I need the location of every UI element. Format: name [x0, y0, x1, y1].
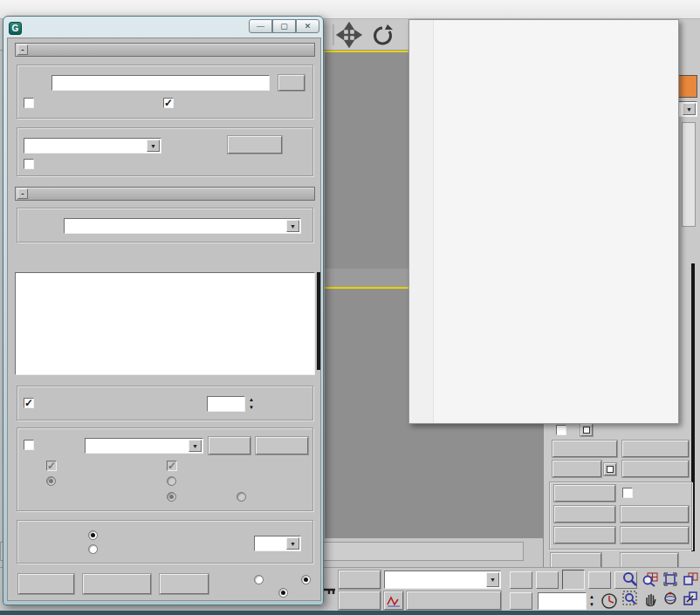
full-size-row [167, 492, 181, 502]
split-checkbox[interactable] [622, 488, 633, 498]
3dsmax-app: { "menubar": { "items": [ {"label":"File… [0, 0, 700, 615]
rendering-menu-popup [408, 19, 679, 424]
unwrap-only-button[interactable] [83, 574, 151, 594]
projection-enabled-checkbox[interactable] [24, 440, 34, 450]
rendered-frame-checkbox[interactable] [163, 98, 174, 108]
maximize-button[interactable]: ▢ [272, 19, 296, 33]
menu-gutter [409, 20, 434, 423]
sub-object-levels-checkbox[interactable] [167, 461, 177, 471]
chevron-down-icon[interactable]: ▼ [286, 220, 299, 232]
enabled-checkbox[interactable] [24, 398, 34, 408]
channel-dropdown[interactable]: ▼ [254, 536, 301, 551]
dialog-scrollbar-thumb[interactable] [317, 272, 321, 370]
render-button[interactable] [18, 574, 74, 594]
selection-set-dropdown[interactable]: ▼ [384, 571, 501, 589]
frame-spinner[interactable]: ▲▼ [587, 592, 596, 610]
chevron-down-icon[interactable]: ▼ [189, 440, 202, 452]
bake-preset-dropdown[interactable]: ▼ [64, 218, 301, 234]
network-render-checkbox[interactable] [24, 159, 34, 169]
proportional-row [237, 492, 250, 502]
rollout-objects-to-bake[interactable]: - [15, 187, 315, 201]
zoom-icon[interactable] [620, 570, 640, 589]
render-preset-dropdown[interactable]: ▼ [24, 138, 161, 154]
use-auto-radio[interactable] [88, 544, 98, 554]
setup-button[interactable] [228, 136, 282, 154]
detach-button[interactable] [622, 461, 689, 477]
chevron-down-icon[interactable]: ▼ [286, 537, 299, 550]
quickslice-button[interactable] [554, 527, 615, 543]
rollout-general-settings[interactable]: - [15, 43, 315, 57]
zoom-region-icon[interactable] [620, 589, 640, 608]
collapse-rollout-icon[interactable]: - [17, 44, 28, 55]
play-button[interactable] [562, 570, 585, 590]
object-level-checkbox[interactable] [46, 461, 57, 471]
padding-field[interactable] [207, 396, 245, 412]
preserve-uvs-checkbox[interactable] [556, 425, 566, 435]
network-render-row [24, 159, 38, 169]
browse-button[interactable] [278, 75, 305, 91]
key-mode-curve-button[interactable] [384, 591, 403, 610]
minimize-button[interactable]: — [249, 19, 272, 33]
create-button[interactable] [552, 441, 617, 457]
zoom-all-icon[interactable] [640, 570, 660, 589]
skip-existing-checkbox[interactable] [24, 98, 34, 108]
padding-spinner[interactable]: ▲▼ [247, 396, 256, 412]
use-existing-row [88, 530, 102, 540]
original-views-radio[interactable] [254, 575, 264, 584]
next-frame-button[interactable] [588, 571, 611, 589]
maximize-viewport-icon[interactable] [680, 589, 700, 608]
attach-button[interactable] [552, 461, 601, 477]
attach-settings-button[interactable] [604, 463, 616, 475]
collapse-button[interactable] [622, 441, 689, 457]
previous-key-button[interactable] [510, 592, 532, 610]
current-frame-field[interactable] [538, 592, 587, 610]
window-bottom-edge [0, 611, 700, 615]
baked-views-radio[interactable] [278, 588, 288, 598]
sub-object-levels-row [167, 461, 182, 471]
use-auto-row [88, 544, 102, 554]
chevron-down-icon[interactable]: ▼ [147, 140, 160, 152]
proportional-radio[interactable] [237, 492, 246, 502]
render-to-texture-dialog: G — ▢ ✕ - [3, 16, 324, 605]
put-baked-1-radio[interactable] [46, 476, 56, 486]
auto-key-button[interactable] [339, 571, 381, 589]
panel-scrollbar[interactable] [682, 122, 696, 227]
object-level-row [46, 461, 61, 471]
go-to-start-button[interactable] [510, 571, 532, 589]
dialog-client-area: - ▼ [7, 38, 321, 601]
zoom-extents-icon[interactable] [660, 570, 680, 589]
slice-button[interactable] [554, 506, 615, 523]
put-baked-2-row [167, 476, 181, 486]
set-key-button[interactable] [339, 591, 381, 610]
preserve-uvs-settings-button[interactable] [580, 424, 593, 436]
path-field[interactable] [51, 75, 270, 91]
selected-object-group [17, 386, 313, 420]
select-rotate-icon [375, 24, 393, 44]
key-filters-button[interactable] [407, 591, 501, 610]
full-size-radio[interactable] [167, 492, 176, 502]
chevron-down-icon[interactable]: ▼ [486, 572, 499, 587]
orbit-icon[interactable] [660, 589, 680, 608]
pan-hand-icon[interactable] [640, 589, 660, 608]
curve-icon [387, 595, 401, 607]
time-configuration-icon[interactable] [600, 592, 618, 610]
original-render-radio[interactable] [301, 575, 311, 584]
use-existing-radio[interactable] [88, 530, 98, 540]
preserve-uvs-row [556, 424, 593, 436]
cut-button[interactable] [621, 527, 689, 543]
reset-plane-button[interactable] [621, 506, 689, 523]
put-baked-2-radio[interactable] [167, 476, 176, 486]
projection-modifier-dropdown[interactable]: ▼ [85, 438, 203, 454]
pick-button[interactable] [209, 437, 250, 454]
split-row [622, 488, 637, 498]
collapse-rollout-icon[interactable]: - [17, 188, 28, 199]
zoom-extents-all-icon[interactable] [680, 570, 700, 589]
close-button[interactable]: ✕ [296, 19, 319, 33]
projection-enabled-row [24, 440, 38, 450]
close-dialog-button[interactable] [160, 574, 209, 594]
slice-plane-button[interactable] [554, 485, 615, 502]
objects-table[interactable] [15, 272, 315, 375]
chevron-down-icon[interactable]: ▼ [683, 103, 696, 115]
options-button[interactable] [256, 437, 308, 454]
previous-frame-button[interactable] [536, 571, 559, 589]
